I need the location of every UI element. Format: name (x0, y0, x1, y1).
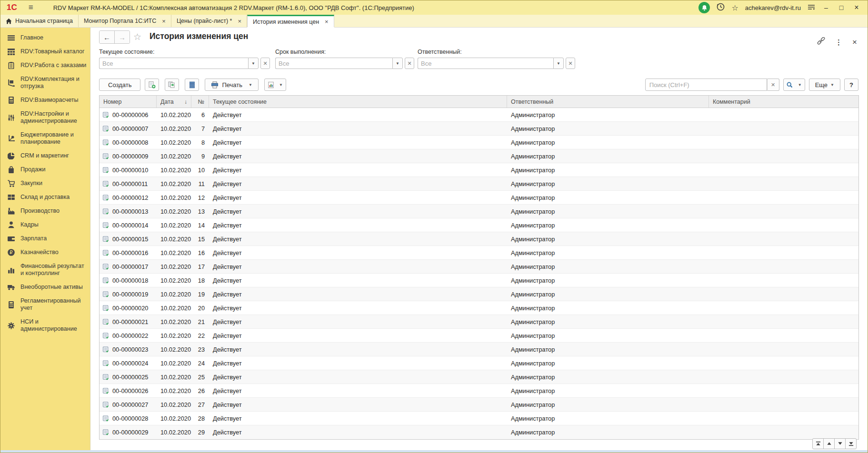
dropdown-arrow-icon[interactable]: ▼ (392, 58, 403, 69)
scroll-down-button[interactable] (834, 438, 846, 449)
add-to-favorites-star-icon[interactable]: ☆ (133, 31, 141, 42)
scroll-to-top-button[interactable] (812, 438, 824, 449)
sidebar-item[interactable]: НСИ и администрирование (0, 315, 90, 336)
goods-catalog-icon (8, 48, 15, 55)
table-row[interactable]: 00-0000001810.02.202018ДействуетАдминист… (100, 274, 858, 287)
notifications-button[interactable] (698, 2, 710, 13)
tab-close-icon[interactable]: × (238, 18, 241, 25)
search-button[interactable]: ▼ (783, 79, 805, 91)
cell-number: 00-00000008 (112, 139, 148, 146)
scroll-up-button[interactable] (823, 438, 835, 449)
tab-Монитор Портала 1С:ИТС[interactable]: Монитор Портала 1С:ИТС× (79, 15, 171, 27)
table-row[interactable]: 00-0000001610.02.202016ДействуетАдминист… (100, 246, 858, 260)
sidebar-item[interactable]: RDV:Работа с заказами (0, 59, 90, 72)
sidebar-item-label: Производство (20, 207, 60, 215)
search-clear-icon[interactable]: ✕ (767, 79, 779, 91)
sidebar-item[interactable]: Внеоборотные активы (0, 280, 90, 294)
column-header-Ответственный[interactable]: Ответственный (507, 96, 709, 108)
maximize-button[interactable]: □ (837, 4, 846, 11)
create-button[interactable]: Создать (99, 79, 140, 91)
print-button[interactable]: Печать ▼ (205, 79, 259, 91)
copy-button[interactable] (165, 79, 179, 91)
table-row[interactable]: 00-0000002710.02.202027ДействуетАдминист… (100, 398, 858, 412)
table-row[interactable]: 00-0000000610.02.20206ДействуетАдминистр… (100, 108, 858, 122)
cell-seq: 20 (191, 305, 209, 312)
tab-История изменения цен[interactable]: История изменения цен× (247, 15, 334, 27)
dropdown-arrow-icon[interactable]: ▼ (553, 58, 564, 69)
scroll-to-bottom-button[interactable] (845, 438, 857, 449)
column-header-Номер[interactable]: Номер (100, 96, 157, 108)
table-row[interactable]: 00-0000002910.02.202029ДействуетАдминист… (100, 425, 858, 439)
table-row[interactable]: 00-0000001510.02.202015ДействуетАдминист… (100, 232, 858, 246)
sidebar-item[interactable]: ₽Казначейство (0, 246, 90, 259)
sidebar-item[interactable]: Производство (0, 204, 90, 218)
filter-clear-icon[interactable]: ✕ (405, 58, 414, 69)
back-button[interactable]: ← (100, 31, 114, 43)
sidebar-item[interactable]: Зарплата (0, 232, 90, 246)
search-input[interactable] (645, 79, 767, 91)
filter-clear-icon[interactable]: ✕ (566, 58, 575, 69)
list-settings-button[interactable] (185, 79, 199, 91)
table-row[interactable]: 00-0000001110.02.202011ДействуетАдминист… (100, 177, 858, 191)
table-row[interactable]: 00-0000002010.02.202020ДействуетАдминист… (100, 301, 858, 315)
tab-close-icon[interactable]: × (162, 18, 166, 25)
sidebar-item[interactable]: Продажи (0, 163, 90, 177)
close-window-button[interactable]: × (852, 3, 861, 12)
column-header-Дата[interactable]: Дата↓ (157, 96, 191, 108)
help-button[interactable]: ? (844, 79, 858, 91)
sidebar-item[interactable]: RDV:Настройки и администрирование (0, 107, 90, 128)
close-form-icon[interactable]: × (852, 39, 857, 46)
table-row[interactable]: 00-0000001210.02.202012ДействуетАдминист… (100, 191, 858, 205)
filter-input[interactable] (418, 58, 553, 69)
main-menu-icon[interactable]: ≡ (29, 3, 33, 12)
table-row[interactable]: 00-0000001410.02.202014ДействуетАдминист… (100, 218, 858, 232)
favorites-star-icon[interactable]: ☆ (731, 3, 738, 12)
reports-button[interactable]: ▼ (264, 79, 286, 91)
table-row[interactable]: 00-0000000810.02.20208ДействуетАдминистр… (100, 136, 858, 149)
sidebar-item[interactable]: Финансовый результат и контроллинг (0, 259, 90, 280)
get-link-icon[interactable] (817, 37, 825, 47)
more-commands-icon[interactable]: ⋮ (835, 38, 842, 47)
history-button[interactable] (717, 3, 725, 12)
sidebar-item[interactable]: Регламентированный учет (0, 294, 90, 315)
sidebar-item[interactable]: RDV:Комплектация и отгрузка (0, 72, 90, 93)
tab-close-icon[interactable]: × (325, 18, 329, 25)
table-row[interactable]: 00-0000000910.02.20209ДействуетАдминистр… (100, 149, 858, 163)
dropdown-arrow-icon[interactable]: ▼ (248, 58, 259, 69)
minimize-button[interactable]: – (822, 4, 830, 11)
sidebar-item[interactable]: Бюджетирование и планирование (0, 128, 90, 149)
forward-button[interactable]: → (114, 31, 130, 43)
tab-Цены (прайс-лист) *[interactable]: Цены (прайс-лист) *× (171, 15, 247, 27)
filter-clear-icon[interactable]: ✕ (260, 58, 270, 69)
table-row[interactable]: 00-0000000710.02.20207ДействуетАдминистр… (100, 122, 858, 136)
column-header-Комментарий[interactable]: Комментарий (709, 96, 858, 108)
sidebar-item[interactable]: RDV:Взаиморасчеты (0, 93, 90, 107)
user-email[interactable]: achekarev@rdv-it.ru (745, 4, 801, 11)
more-button[interactable]: Еще ▼ (809, 79, 840, 91)
table-row[interactable]: 00-0000001910.02.202019ДействуетАдминист… (100, 287, 858, 301)
filter-input[interactable] (99, 58, 248, 69)
column-header-№[interactable]: № (191, 96, 209, 108)
table-row[interactable]: 00-0000001710.02.202017ДействуетАдминист… (100, 260, 858, 274)
table-row[interactable]: 00-0000002310.02.202023ДействуетАдминист… (100, 343, 858, 356)
sidebar-item[interactable]: Склад и доставка (0, 190, 90, 204)
create-new-document-button[interactable] (145, 79, 159, 91)
filter-input[interactable] (275, 58, 392, 69)
table-row[interactable]: 00-0000002610.02.202026ДействуетАдминист… (100, 384, 858, 398)
service-menu-icon[interactable] (808, 3, 815, 12)
sidebar-item[interactable]: Закупки (0, 177, 90, 190)
table-row[interactable]: 00-0000002510.02.202025ДействуетАдминист… (100, 370, 858, 384)
table-row[interactable]: 00-0000002810.02.202028ДействуетАдминист… (100, 412, 858, 425)
sidebar-item[interactable]: Кадры (0, 218, 90, 232)
table-row[interactable]: 00-0000001010.02.202010ДействуетАдминист… (100, 163, 858, 177)
table-row[interactable]: 00-0000002210.02.202022ДействуетАдминист… (100, 329, 858, 343)
table-row[interactable]: 00-0000001310.02.202013ДействуетАдминист… (100, 205, 858, 218)
table-row[interactable]: 00-0000002110.02.202021ДействуетАдминист… (100, 315, 858, 329)
column-header-Текущее состояние[interactable]: Текущее состояние (209, 96, 507, 108)
sidebar-item[interactable]: Главное (0, 31, 90, 45)
sidebar-item[interactable]: CRM и маркетинг (0, 149, 90, 163)
tab-Начальная страница[interactable]: Начальная страница (0, 15, 79, 27)
table-row[interactable]: 00-0000002410.02.202024ДействуетАдминист… (100, 356, 858, 370)
sidebar-item[interactable]: RDV:Товарный каталог (0, 45, 90, 59)
cell-seq: 12 (191, 194, 209, 201)
